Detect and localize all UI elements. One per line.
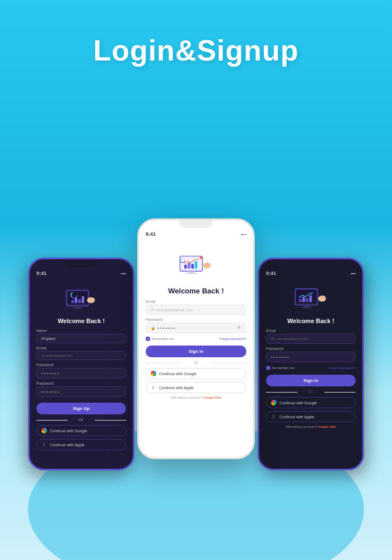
center-signin-button[interactable]: Sign In	[146, 346, 246, 357]
svg-rect-33	[301, 307, 312, 308]
center-lock-icon: 🔒	[151, 326, 156, 330]
svg-rect-9	[89, 297, 91, 301]
right-still-text: Still without account?	[286, 425, 317, 428]
right-google-button[interactable]: Continue with Google	[266, 397, 356, 408]
svg-rect-19	[188, 263, 190, 269]
center-google-icon	[151, 371, 156, 376]
right-password-label: Password	[266, 347, 356, 351]
right-email-label: Email	[266, 329, 356, 333]
svg-rect-39	[320, 296, 322, 300]
left-status-bar: 9:41 ▪▪▪	[30, 267, 133, 277]
left-status-icons: ▪▪▪	[121, 271, 126, 276]
center-notch	[179, 220, 213, 228]
center-remember-left: Remember me	[146, 337, 174, 341]
left-name-value: D'space	[41, 337, 55, 340]
right-create-link[interactable]: Create One	[318, 425, 336, 428]
center-email-placeholder: example@gmail.com	[156, 308, 193, 312]
svg-rect-4	[72, 300, 74, 302]
right-remember-row: Remember me Forgot password?	[266, 366, 356, 370]
left-apple-label: Continue with Apple	[50, 443, 85, 447]
right-phone-content: Welcome Back ! Email ✉ example@gmail.com…	[259, 277, 362, 470]
svg-rect-20	[191, 264, 194, 269]
phone-center: 9:41 ▪▪ ▪	[137, 218, 255, 459]
right-apple-button[interactable]:  Continue with Apple	[266, 411, 356, 422]
right-remember-text: Remember me	[272, 366, 295, 370]
center-google-label: Continue with Google	[159, 372, 197, 376]
center-email-label: Email	[146, 300, 246, 304]
right-bottom-text: Still without account? Create One	[266, 425, 356, 428]
left-signup-button[interactable]: Sign Up	[36, 403, 126, 414]
left-google-button[interactable]: Continue with Google	[36, 425, 126, 436]
svg-rect-40	[322, 295, 324, 300]
left-name-input[interactable]: D'space	[36, 334, 126, 343]
svg-rect-16	[188, 271, 194, 273]
right-email-placeholder: example@gmail.com	[277, 337, 308, 340]
svg-rect-7	[82, 296, 84, 302]
left-apple-button[interactable]:  Continue with Apple	[36, 439, 126, 450]
center-google-button[interactable]: Continue with Google	[146, 368, 246, 379]
svg-text:!: !	[200, 257, 200, 259]
center-create-link[interactable]: Create One	[203, 396, 221, 399]
svg-rect-18	[184, 265, 187, 269]
center-eye-icon[interactable]: 👁	[237, 325, 241, 330]
right-apple-icon: 	[271, 414, 277, 419]
center-password-label: Password	[146, 318, 246, 321]
left-password-input[interactable]: •••••••	[36, 368, 126, 379]
right-password-input[interactable]: •••••••	[266, 352, 356, 362]
left-email-label: Email	[36, 346, 126, 350]
phone-left: 9:41 ▪▪▪	[28, 258, 134, 470]
svg-rect-26	[207, 262, 208, 267]
left-password2-label: Password	[36, 381, 126, 385]
center-phone-content: ! Welcome Back ! Email ✉ example@gmail.c…	[139, 238, 253, 459]
right-remember-left: Remember me	[266, 366, 295, 370]
center-time: 9:41	[146, 231, 156, 237]
svg-rect-3	[72, 307, 83, 309]
center-illustration: !	[146, 241, 246, 283]
left-notch	[64, 259, 98, 267]
right-status-icons: ▪▪▪	[351, 271, 356, 276]
svg-rect-32	[304, 305, 309, 307]
svg-rect-25	[205, 263, 206, 267]
svg-rect-5	[75, 297, 77, 303]
svg-rect-11	[93, 298, 95, 301]
center-remember-row: Remember me Forgot password?	[146, 337, 246, 341]
center-status-icons: ▪▪ ▪	[241, 232, 246, 236]
left-apple-icon: 	[41, 442, 47, 447]
right-signin-button[interactable]: Sign In	[266, 375, 356, 386]
left-email-input[interactable]: example@gmail.com	[36, 351, 126, 360]
svg-rect-1	[68, 291, 88, 304]
svg-rect-37	[309, 295, 311, 302]
right-time: 9:41	[266, 270, 276, 276]
center-heading: Welcome Back !	[146, 287, 246, 295]
page-title: Login&Signup	[0, 0, 392, 67]
center-remember-text: Remember me	[152, 337, 174, 340]
svg-rect-2	[76, 306, 81, 308]
left-email-placeholder: example@gmail.com	[41, 354, 73, 357]
center-apple-button[interactable]:  Continue with Apple	[146, 382, 246, 393]
right-email-input[interactable]: ✉ example@gmail.com	[266, 334, 356, 344]
center-password-input[interactable]: 🔒 ••••••• 👁	[146, 323, 246, 333]
phone-right: 9:41 ▪▪▪	[258, 258, 364, 470]
center-forgot-password[interactable]: Forgot password?	[220, 337, 246, 340]
svg-rect-36	[306, 298, 308, 302]
left-password2-input[interactable]: •••••••	[36, 386, 126, 397]
right-forgot-password[interactable]: Forgot password?	[329, 366, 356, 370]
right-remember-checkbox[interactable]	[266, 366, 270, 370]
center-still-text: Still without account?	[171, 396, 202, 399]
left-password-label: Password	[36, 363, 126, 367]
right-google-icon	[271, 400, 277, 405]
svg-rect-41	[324, 296, 326, 299]
right-google-label: Continue with Google	[279, 401, 317, 405]
svg-rect-21	[195, 262, 198, 269]
left-google-label: Continue with Google	[50, 429, 87, 433]
left-illustration	[36, 281, 126, 314]
left-password-dots: •••••••	[41, 371, 60, 376]
right-apple-label: Continue with Apple	[279, 415, 314, 419]
center-email-input[interactable]: ✉ example@gmail.com	[146, 305, 246, 315]
center-email-icon: ✉	[151, 307, 154, 312]
right-heading: Welcome Back !	[266, 318, 356, 324]
left-name-label: Name	[36, 329, 126, 333]
center-remember-checkbox[interactable]	[146, 337, 150, 341]
svg-rect-10	[91, 297, 93, 301]
center-bottom-text: Still without account? Create One	[146, 396, 246, 399]
